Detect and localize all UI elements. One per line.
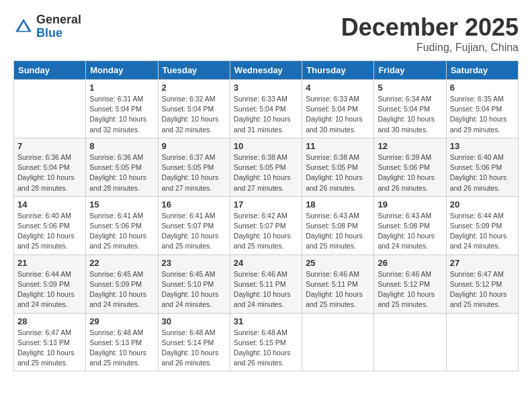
week-row-3: 14Sunrise: 6:40 AM Sunset: 5:06 PM Dayli… [14, 196, 519, 255]
day-number: 15 [89, 199, 154, 210]
calendar-cell: 14Sunrise: 6:40 AM Sunset: 5:06 PM Dayli… [14, 196, 86, 255]
title-block: December 2025 Fuding, Fujian, China [341, 13, 519, 54]
day-info: Sunrise: 6:43 AM Sunset: 5:08 PM Dayligh… [306, 211, 370, 252]
day-info: Sunrise: 6:41 AM Sunset: 5:06 PM Dayligh… [89, 211, 154, 252]
day-number: 10 [234, 141, 298, 151]
calendar-cell: 20Sunrise: 6:44 AM Sunset: 5:09 PM Dayli… [446, 196, 518, 255]
day-info: Sunrise: 6:44 AM Sunset: 5:09 PM Dayligh… [450, 211, 515, 252]
header-day-sunday: Sunday [14, 61, 86, 80]
calendar-cell: 7Sunrise: 6:36 AM Sunset: 5:04 PM Daylig… [14, 138, 86, 196]
day-info: Sunrise: 6:32 AM Sunset: 5:04 PM Dayligh… [162, 94, 226, 135]
day-info: Sunrise: 6:46 AM Sunset: 5:11 PM Dayligh… [234, 269, 298, 310]
calendar-cell: 11Sunrise: 6:38 AM Sunset: 5:05 PM Dayli… [302, 138, 374, 196]
day-info: Sunrise: 6:40 AM Sunset: 5:06 PM Dayligh… [450, 152, 515, 193]
calendar-cell: 6Sunrise: 6:35 AM Sunset: 5:04 PM Daylig… [446, 80, 518, 138]
day-info: Sunrise: 6:33 AM Sunset: 5:04 PM Dayligh… [234, 94, 298, 135]
day-number: 30 [162, 316, 226, 326]
day-info: Sunrise: 6:48 AM Sunset: 5:13 PM Dayligh… [89, 328, 154, 369]
calendar-cell: 27Sunrise: 6:47 AM Sunset: 5:12 PM Dayli… [446, 255, 518, 313]
header-day-saturday: Saturday [446, 61, 518, 80]
day-number: 24 [234, 258, 298, 268]
day-number: 13 [450, 141, 515, 151]
day-number: 6 [450, 83, 515, 93]
day-info: Sunrise: 6:34 AM Sunset: 5:04 PM Dayligh… [378, 94, 442, 135]
day-info: Sunrise: 6:36 AM Sunset: 5:05 PM Dayligh… [89, 152, 154, 193]
calendar-cell: 12Sunrise: 6:39 AM Sunset: 5:06 PM Dayli… [374, 138, 446, 196]
calendar-cell: 19Sunrise: 6:43 AM Sunset: 5:08 PM Dayli… [374, 196, 446, 255]
day-number: 25 [306, 258, 370, 268]
day-number: 2 [162, 83, 226, 93]
day-number: 1 [89, 83, 154, 93]
day-info: Sunrise: 6:41 AM Sunset: 5:07 PM Dayligh… [162, 211, 226, 252]
header-day-wednesday: Wednesday [230, 61, 302, 80]
logo-icon [13, 17, 34, 37]
day-info: Sunrise: 6:36 AM Sunset: 5:04 PM Dayligh… [17, 152, 82, 193]
day-number: 31 [234, 316, 298, 326]
week-row-2: 7Sunrise: 6:36 AM Sunset: 5:04 PM Daylig… [14, 138, 519, 196]
day-info: Sunrise: 6:42 AM Sunset: 5:07 PM Dayligh… [234, 211, 298, 252]
calendar-cell: 17Sunrise: 6:42 AM Sunset: 5:07 PM Dayli… [230, 196, 302, 255]
day-number: 17 [234, 199, 298, 210]
day-info: Sunrise: 6:46 AM Sunset: 5:12 PM Dayligh… [378, 269, 442, 310]
day-info: Sunrise: 6:44 AM Sunset: 5:09 PM Dayligh… [17, 269, 82, 310]
day-info: Sunrise: 6:48 AM Sunset: 5:14 PM Dayligh… [162, 328, 226, 369]
day-number: 27 [450, 258, 515, 268]
calendar-body: 1Sunrise: 6:31 AM Sunset: 5:04 PM Daylig… [14, 80, 519, 371]
calendar-cell [14, 80, 86, 138]
calendar-cell: 2Sunrise: 6:32 AM Sunset: 5:04 PM Daylig… [158, 80, 230, 138]
day-number: 29 [89, 316, 154, 326]
calendar-cell: 29Sunrise: 6:48 AM Sunset: 5:13 PM Dayli… [86, 313, 158, 371]
month-title: December 2025 [341, 13, 519, 42]
week-row-1: 1Sunrise: 6:31 AM Sunset: 5:04 PM Daylig… [14, 80, 519, 138]
week-row-5: 28Sunrise: 6:47 AM Sunset: 5:13 PM Dayli… [14, 313, 519, 371]
logo: General Blue [13, 13, 81, 40]
day-number: 26 [378, 258, 442, 268]
calendar-cell [446, 313, 518, 371]
day-info: Sunrise: 6:33 AM Sunset: 5:04 PM Dayligh… [306, 94, 370, 135]
day-number: 4 [306, 83, 370, 93]
calendar-cell: 8Sunrise: 6:36 AM Sunset: 5:05 PM Daylig… [86, 138, 158, 196]
day-info: Sunrise: 6:45 AM Sunset: 5:09 PM Dayligh… [89, 269, 154, 310]
calendar-cell: 5Sunrise: 6:34 AM Sunset: 5:04 PM Daylig… [374, 80, 446, 138]
calendar-cell: 18Sunrise: 6:43 AM Sunset: 5:08 PM Dayli… [302, 196, 374, 255]
day-info: Sunrise: 6:38 AM Sunset: 5:05 PM Dayligh… [234, 152, 298, 193]
day-number: 3 [234, 83, 298, 93]
day-number: 28 [17, 316, 82, 326]
day-info: Sunrise: 6:37 AM Sunset: 5:05 PM Dayligh… [162, 152, 226, 193]
calendar-cell: 28Sunrise: 6:47 AM Sunset: 5:13 PM Dayli… [14, 313, 86, 371]
calendar-cell: 3Sunrise: 6:33 AM Sunset: 5:04 PM Daylig… [230, 80, 302, 138]
header-row: SundayMondayTuesdayWednesdayThursdayFrid… [14, 61, 519, 80]
calendar-cell: 10Sunrise: 6:38 AM Sunset: 5:05 PM Dayli… [230, 138, 302, 196]
calendar-cell: 30Sunrise: 6:48 AM Sunset: 5:14 PM Dayli… [158, 313, 230, 371]
day-info: Sunrise: 6:43 AM Sunset: 5:08 PM Dayligh… [378, 211, 442, 252]
day-number: 19 [378, 199, 442, 210]
day-info: Sunrise: 6:38 AM Sunset: 5:05 PM Dayligh… [306, 152, 370, 193]
location-subtitle: Fuding, Fujian, China [341, 42, 519, 54]
day-number: 12 [378, 141, 442, 151]
calendar-cell: 1Sunrise: 6:31 AM Sunset: 5:04 PM Daylig… [86, 80, 158, 138]
calendar-cell: 15Sunrise: 6:41 AM Sunset: 5:06 PM Dayli… [86, 196, 158, 255]
day-number: 20 [450, 199, 515, 210]
calendar-cell [374, 313, 446, 371]
logo-text: General Blue [36, 13, 81, 40]
day-info: Sunrise: 6:35 AM Sunset: 5:04 PM Dayligh… [450, 94, 515, 135]
header-day-tuesday: Tuesday [158, 61, 230, 80]
day-number: 9 [162, 141, 226, 151]
day-info: Sunrise: 6:46 AM Sunset: 5:11 PM Dayligh… [306, 269, 370, 310]
calendar-cell: 22Sunrise: 6:45 AM Sunset: 5:09 PM Dayli… [86, 255, 158, 313]
day-number: 23 [162, 258, 226, 268]
header-day-thursday: Thursday [302, 61, 374, 80]
day-number: 16 [162, 199, 226, 210]
calendar-cell: 25Sunrise: 6:46 AM Sunset: 5:11 PM Dayli… [302, 255, 374, 313]
day-number: 7 [17, 141, 82, 151]
calendar-cell [302, 313, 374, 371]
day-number: 18 [306, 199, 370, 210]
week-row-4: 21Sunrise: 6:44 AM Sunset: 5:09 PM Dayli… [14, 255, 519, 313]
logo-general: General [36, 13, 81, 27]
day-number: 11 [306, 141, 370, 151]
calendar-cell: 31Sunrise: 6:48 AM Sunset: 5:15 PM Dayli… [230, 313, 302, 371]
calendar-header: SundayMondayTuesdayWednesdayThursdayFrid… [14, 61, 519, 80]
logo-blue: Blue [36, 27, 81, 40]
day-number: 22 [89, 258, 154, 268]
day-number: 5 [378, 83, 442, 93]
